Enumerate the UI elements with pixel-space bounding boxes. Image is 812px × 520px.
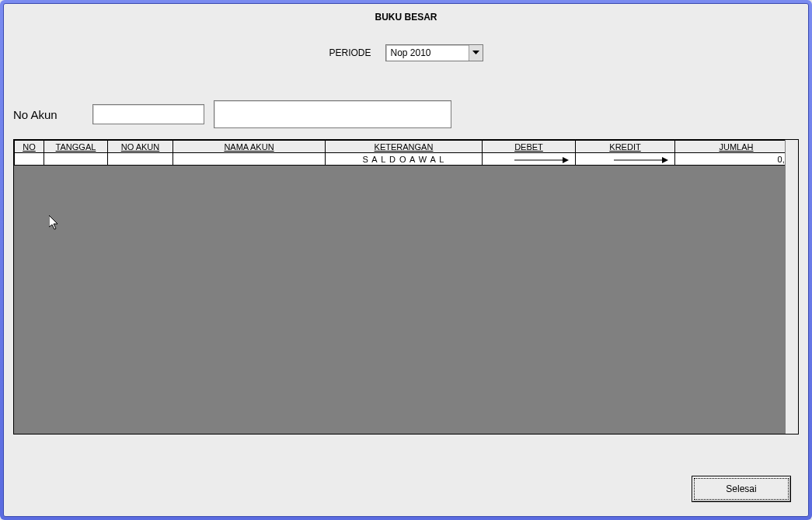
- no-akun-name-input[interactable]: [214, 100, 451, 128]
- ledger-grid: NO TANGGAL NO AKUN NAMA AKUN KETERANGAN …: [13, 139, 799, 434]
- cell-debet: [483, 153, 576, 166]
- grid-vertical-scrollbar[interactable]: [785, 140, 798, 434]
- col-header-keterangan[interactable]: KETERANGAN: [326, 141, 483, 153]
- cell-no: [15, 153, 44, 166]
- col-header-no[interactable]: NO: [15, 141, 44, 153]
- cell-namaakun: [173, 153, 326, 166]
- chevron-down-icon[interactable]: [469, 45, 483, 61]
- window-content: BUKU BESAR PERIODE Nop 2010 No Akun NO T…: [3, 3, 809, 517]
- periode-row: PERIODE Nop 2010: [13, 44, 799, 61]
- no-akun-row: No Akun: [13, 100, 799, 128]
- no-akun-label: No Akun: [13, 108, 83, 121]
- col-header-namaakun[interactable]: NAMA AKUN: [173, 141, 326, 153]
- periode-dropdown[interactable]: Nop 2010: [385, 44, 483, 61]
- window-frame: BUKU BESAR PERIODE Nop 2010 No Akun NO T…: [0, 0, 812, 520]
- col-header-jumlah[interactable]: JUMLAH: [675, 141, 798, 153]
- ledger-table: NO TANGGAL NO AKUN NAMA AKUN KETERANGAN …: [14, 140, 798, 166]
- cell-noakun: [108, 153, 173, 166]
- table-row[interactable]: S A L D O A W A L: [15, 153, 798, 166]
- cell-jumlah: 0,00: [675, 153, 798, 166]
- table-header-row: NO TANGGAL NO AKUN NAMA AKUN KETERANGAN …: [15, 141, 798, 153]
- footer: Selesai: [692, 476, 791, 502]
- col-header-debet[interactable]: DEBET: [483, 141, 576, 153]
- cell-keterangan: S A L D O A W A L: [326, 153, 483, 166]
- periode-dropdown-value: Nop 2010: [391, 47, 469, 58]
- cell-kredit: [576, 153, 675, 166]
- col-header-noakun[interactable]: NO AKUN: [108, 141, 173, 153]
- arrow-right-icon: [514, 157, 569, 163]
- col-header-kredit[interactable]: KREDIT: [576, 141, 675, 153]
- col-header-tanggal[interactable]: TANGGAL: [44, 141, 108, 153]
- no-akun-code-input[interactable]: [92, 104, 204, 124]
- cell-tanggal: [44, 153, 108, 166]
- periode-label: PERIODE: [329, 47, 371, 58]
- arrow-right-icon: [614, 157, 668, 163]
- page-title: BUKU BESAR: [13, 12, 799, 23]
- selesai-button[interactable]: Selesai: [692, 476, 791, 502]
